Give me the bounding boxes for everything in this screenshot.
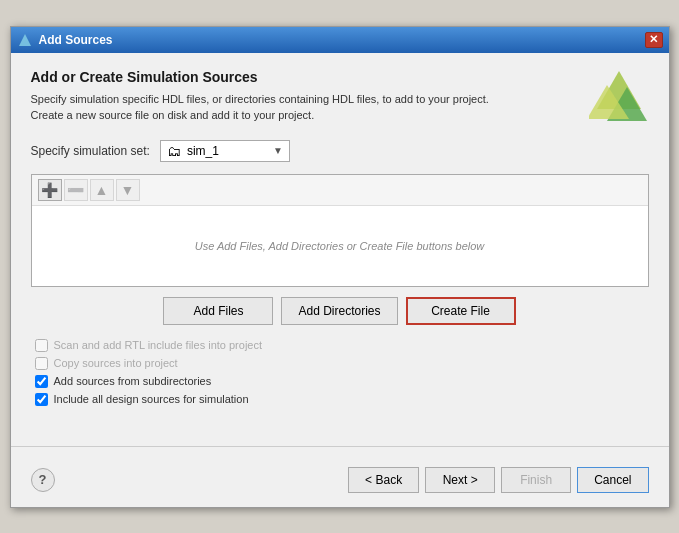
back-button[interactable]: < Back [348,467,419,493]
dialog-title: Add or Create Simulation Sources [31,69,573,85]
cancel-button[interactable]: Cancel [577,467,648,493]
file-list-hint: Use Add Files, Add Directories or Create… [32,206,648,286]
window-title: Add Sources [39,33,113,47]
scan-rtl-label: Scan and add RTL include files into proj… [54,339,263,351]
arrow-down-icon: ▼ [121,182,135,198]
svg-marker-0 [19,34,31,46]
options-checkboxes: Scan and add RTL include files into proj… [31,339,649,406]
title-bar-left: Add Sources [17,32,113,48]
checkbox-row-include-design: Include all design sources for simulatio… [35,393,649,406]
file-toolbar: ➕ ➖ ▲ ▼ [32,175,648,206]
footer-divider [11,446,669,447]
arrow-up-icon: ▲ [95,182,109,198]
sim-folder-icon: 🗂 [167,143,181,159]
move-up-toolbar-button[interactable]: ▲ [90,179,114,201]
create-file-button[interactable]: Create File [406,297,516,325]
sim-set-label: Specify simulation set: [31,144,150,158]
add-directories-button[interactable]: Add Directories [281,297,397,325]
sim-set-value: sim_1 [187,144,267,158]
copy-sources-checkbox[interactable] [35,357,48,370]
checkbox-row-rtl: Scan and add RTL include files into proj… [35,339,649,352]
action-buttons-row: Add Files Add Directories Create File [31,297,649,325]
header-text: Add or Create Simulation Sources Specify… [31,69,573,124]
add-icon: ➕ [41,182,58,198]
main-window: Add Sources ✕ Add or Create Simulation S… [10,26,670,508]
footer: ? < Back Next > Finish Cancel [11,459,669,507]
dialog-content: Add or Create Simulation Sources Specify… [11,53,669,438]
checkbox-row-subdirs: Add sources from subdirectories [35,375,649,388]
footer-nav-buttons: < Back Next > Finish Cancel [348,467,648,493]
title-bar: Add Sources ✕ [11,27,669,53]
scan-rtl-checkbox[interactable] [35,339,48,352]
next-button[interactable]: Next > [425,467,495,493]
minus-icon: ➖ [67,182,84,198]
copy-sources-label: Copy sources into project [54,357,178,369]
add-directories-label: Add Directories [298,304,380,318]
include-design-label: Include all design sources for simulatio… [54,393,249,405]
add-file-toolbar-button[interactable]: ➕ [38,179,62,201]
move-down-toolbar-button[interactable]: ▼ [116,179,140,201]
remove-file-toolbar-button[interactable]: ➖ [64,179,88,201]
header-desc-line2: Create a new source file on disk and add… [31,107,573,124]
include-design-checkbox[interactable] [35,393,48,406]
finish-button[interactable]: Finish [501,467,571,493]
add-files-label: Add Files [193,304,243,318]
add-subdirs-checkbox[interactable] [35,375,48,388]
help-button[interactable]: ? [31,468,55,492]
header-desc-line1: Specify simulation specific HDL files, o… [31,91,573,108]
sim-set-row: Specify simulation set: 🗂 sim_1 ▼ [31,140,649,162]
header-section: Add or Create Simulation Sources Specify… [31,69,649,124]
add-subdirs-label: Add sources from subdirectories [54,375,212,387]
add-files-button[interactable]: Add Files [163,297,273,325]
close-button[interactable]: ✕ [645,32,663,48]
create-file-label: Create File [431,304,490,318]
logo-icon [589,69,649,124]
file-area: ➕ ➖ ▲ ▼ Use Add Files, Add Directories o… [31,174,649,287]
chevron-down-icon: ▼ [273,145,283,156]
checkbox-row-copy: Copy sources into project [35,357,649,370]
window-icon [17,32,33,48]
sim-set-dropdown[interactable]: 🗂 sim_1 ▼ [160,140,290,162]
